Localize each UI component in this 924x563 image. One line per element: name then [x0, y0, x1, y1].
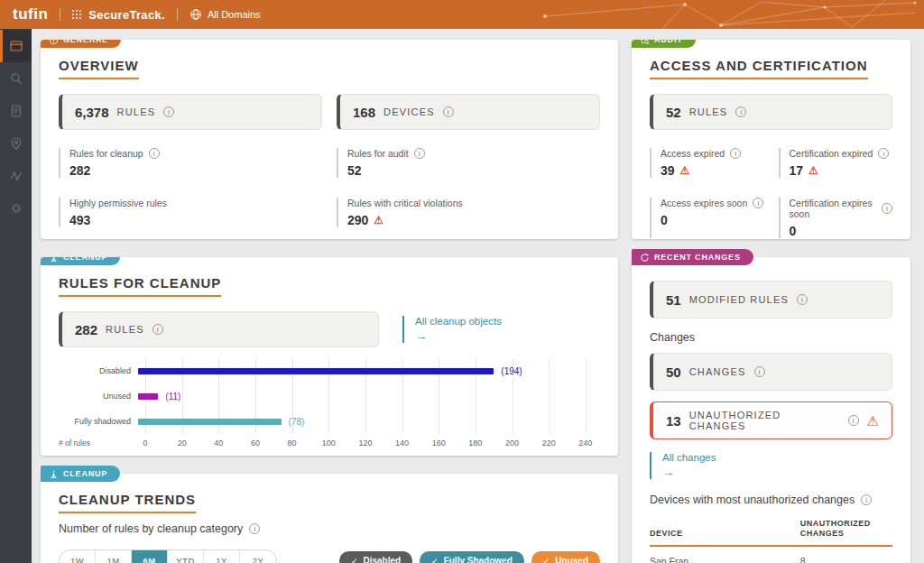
info-badge-icon: [49, 40, 59, 45]
info-icon[interactable]: i: [735, 106, 746, 117]
chart-row: Disabled(194): [59, 358, 600, 383]
x-axis-label: # of rules: [59, 438, 90, 448]
bar-track: (78): [138, 409, 600, 434]
category-label: Fully shadowed: [59, 417, 138, 426]
broom-badge-icon: [49, 469, 59, 479]
audit-badge-icon: [640, 40, 650, 45]
bar-track: (11): [138, 383, 600, 409]
legend-chip-disabled[interactable]: ✓Disabled: [339, 551, 412, 563]
legend-chip-unused[interactable]: ✓Unused: [531, 551, 600, 563]
x-tick-label: 60: [251, 438, 260, 448]
info-icon[interactable]: i: [149, 148, 160, 159]
category-label: Unused: [59, 392, 138, 401]
changes-stat-box[interactable]: 50 CHANGES i: [650, 353, 892, 391]
sidebar-item-analytics[interactable]: [0, 160, 32, 192]
time-range-selector: 1W1M6MYTD1Y2Y: [59, 549, 277, 563]
topbar: tufin SecureTrack. All Domains: [0, 0, 924, 29]
activity-icon: [9, 169, 23, 183]
info-icon[interactable]: i: [861, 494, 872, 505]
bar-fully-shadowed[interactable]: [138, 419, 282, 425]
bar-value-label: (11): [165, 392, 180, 401]
unauthorized-changes-column-header: UNAUTHORIZED CHANGES: [800, 513, 892, 546]
stat-rules-for-cleanup[interactable]: Rules for cleanupi 282⚠: [59, 148, 322, 178]
range-button-6m[interactable]: 6M: [132, 550, 168, 563]
audit-badge: AUDIT: [632, 40, 696, 48]
info-icon[interactable]: i: [848, 415, 859, 426]
audit-rules-stat-box[interactable]: 52 RULES i: [650, 94, 892, 130]
x-tick-label: 140: [395, 438, 409, 448]
cleanup-rules-stat-box[interactable]: 282 RULES i: [59, 311, 379, 347]
sidebar-item-reports[interactable]: [0, 95, 32, 127]
topbar-divider: [177, 8, 178, 21]
bar-disabled[interactable]: [138, 368, 494, 374]
devices-stat-box[interactable]: 168 DEVICES i: [337, 94, 600, 130]
x-tick-label: 180: [468, 438, 482, 448]
sidebar-item-settings[interactable]: [0, 192, 32, 225]
app-grid-icon[interactable]: [72, 10, 81, 19]
info-icon[interactable]: i: [730, 148, 741, 159]
bar-unused[interactable]: [138, 393, 158, 400]
stat-access-expired[interactable]: Access expiredi 39⚠: [650, 148, 764, 178]
cleanup-chart: Disabled(194)Unused(11)Fully shadowed(78…: [59, 358, 600, 450]
gear-icon: [9, 201, 23, 216]
range-button-2y[interactable]: 2Y: [240, 550, 276, 563]
stat-rules-for-audit[interactable]: Rules for auditi 52⚠: [337, 148, 600, 178]
sidebar-item-topology[interactable]: [0, 127, 32, 160]
sidebar-item-dashboard[interactable]: [0, 30, 32, 62]
legend-chip-fully-shadowed[interactable]: ✓Fully Shadowed: [420, 551, 524, 563]
broom-badge-icon: [49, 257, 59, 263]
stat-rules-critical-violations[interactable]: Rules with critical violationsi 290⚠: [337, 198, 600, 227]
x-tick-label: 240: [578, 438, 592, 448]
range-button-1y[interactable]: 1Y: [204, 550, 240, 563]
domain-selector[interactable]: All Domains: [208, 9, 261, 20]
tufin-logo: tufin: [13, 5, 48, 23]
product-title: SecureTrack.: [88, 8, 165, 22]
all-cleanup-objects-link[interactable]: All cleanup objects →: [402, 316, 502, 343]
info-icon[interactable]: i: [249, 523, 260, 534]
x-axis-ticks: 020406080100120140160180200220240: [145, 436, 595, 450]
info-icon[interactable]: i: [152, 324, 163, 335]
devices-table-body: San Fran8CMA-R803: [650, 546, 892, 563]
cleanup-chart-rows: Disabled(194)Unused(11)Fully shadowed(78…: [59, 358, 600, 434]
x-tick-label: 20: [178, 438, 187, 448]
info-icon[interactable]: i: [797, 294, 808, 305]
cleanup-trends-subtitle: Number of rules by cleanup category i: [59, 522, 600, 535]
recent-changes-badge: RECENT CHANGES: [632, 249, 753, 265]
category-label: Disabled: [59, 366, 138, 375]
sidebar-item-search[interactable]: [0, 62, 32, 95]
access-certification-title: ACCESS AND CERTIFICATION: [650, 58, 868, 79]
table-row[interactable]: San Fran8: [650, 546, 892, 563]
rules-stat-box[interactable]: 6,378 RULES i: [59, 94, 322, 130]
stat-certification-expires-soon[interactable]: Certification expires sooni 0⚠: [779, 198, 893, 238]
legend-chip-label: Unused: [555, 556, 588, 563]
range-button-1w[interactable]: 1W: [60, 550, 96, 563]
all-changes-link[interactable]: All changes →: [650, 452, 892, 479]
unauthorized-changes-alert-box[interactable]: 13 UNAUTHORIZED CHANGES i ⚠: [650, 401, 892, 439]
info-icon[interactable]: i: [163, 106, 174, 117]
x-tick-label: 80: [288, 438, 297, 448]
info-icon[interactable]: i: [754, 366, 765, 377]
refresh-badge-icon: [640, 253, 650, 263]
stat-certification-expired[interactable]: Certification expiredi 17⚠: [779, 148, 893, 178]
x-tick-label: 40: [214, 438, 223, 448]
range-button-ytd[interactable]: YTD: [168, 550, 204, 563]
info-icon[interactable]: i: [753, 198, 763, 208]
category-legend-chips: ✓Disabled✓Fully Shadowed✓Unused: [339, 551, 600, 563]
modified-rules-stat-box[interactable]: 51 MODIFIED RULES i: [650, 281, 892, 318]
info-icon[interactable]: i: [882, 203, 892, 214]
x-tick-label: 200: [505, 438, 519, 448]
stat-highly-permissive-rules[interactable]: Highly permissive rulesi 493⚠: [59, 198, 322, 227]
info-icon[interactable]: i: [878, 148, 889, 159]
bar-value-label: (78): [289, 417, 305, 427]
warning-icon: ⚠: [808, 165, 818, 176]
cleanup-badge: CLEANUP: [41, 466, 120, 482]
info-icon[interactable]: i: [443, 106, 454, 117]
devices-table-title: Devices with most unauthorized changes i: [650, 494, 892, 506]
stat-access-expires-soon[interactable]: Access expires sooni 0⚠: [650, 198, 764, 238]
chart-row: Unused(11): [59, 383, 600, 409]
check-icon: ✓: [543, 557, 550, 563]
range-button-1m[interactable]: 1M: [96, 550, 132, 563]
bar-track: (194): [138, 358, 600, 383]
search-icon: [9, 71, 23, 86]
info-icon[interactable]: i: [414, 148, 425, 159]
